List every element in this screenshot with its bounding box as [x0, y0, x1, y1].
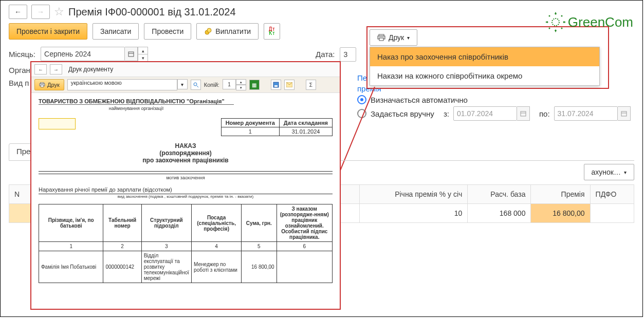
- printer-icon: [377, 34, 385, 41]
- print-menu-order-each[interactable]: Накази на кожного співробітника окремо: [370, 66, 599, 85]
- pv-h2: Табельний номер: [103, 204, 141, 242]
- pv-emp-pos: Менеджер по роботі з клієнтами: [192, 251, 242, 283]
- date-to-calendar-button[interactable]: [618, 106, 631, 121]
- col-pdfo[interactable]: ПДФО: [590, 185, 634, 204]
- to-label: по:: [539, 109, 550, 118]
- pv-h3: Структурний підрозділ: [141, 204, 191, 242]
- pv-nakaz-sub1: (розпорядження): [39, 149, 333, 157]
- magnifier-icon: [193, 82, 199, 88]
- pv-window-title: Друк документу: [65, 66, 113, 73]
- date-from-input[interactable]: 01.07.2024: [453, 106, 517, 121]
- dtkt-button[interactable]: ДтКт: [264, 23, 280, 40]
- nav-back-button[interactable]: ←: [9, 5, 27, 19]
- spinner-up-icon[interactable]: ▴: [236, 79, 246, 85]
- pv-emp-sign: [277, 251, 332, 283]
- logo-text: GreenCom: [568, 14, 633, 30]
- pv-preview-icon[interactable]: [191, 80, 201, 90]
- pv-docmeta-table: Номер документа Дата складання 1 31.01.2…: [221, 118, 333, 136]
- spinner-down-icon[interactable]: ▾: [138, 54, 148, 62]
- print-dropdown-panel: Друк ▾ Наказ про заохочення співробітник…: [366, 26, 609, 89]
- pv-org-name: ТОВАРИСТВО З ОБМЕЖЕНОЮ ВІДПОВІДАЛЬНІСТЮ …: [39, 98, 225, 104]
- nav-forward-button[interactable]: →: [31, 5, 50, 19]
- type-label: Вид п: [9, 79, 29, 87]
- pv-h6: З наказом (розпорядже-нням) працівник оз…: [277, 204, 332, 242]
- pv-docdate-header: Дата складання: [279, 119, 332, 127]
- pv-n5: 5: [242, 242, 277, 251]
- date-from-calendar-button[interactable]: [517, 106, 530, 121]
- col-base[interactable]: Расч. база: [468, 185, 531, 204]
- spinner-down-icon[interactable]: ▾: [236, 85, 246, 90]
- pv-docno: 1: [221, 127, 279, 136]
- chevron-down-icon[interactable]: ▾: [177, 79, 188, 89]
- pv-document-body: ТОВАРИСТВО З ОБМЕЖЕНОЮ ВІДПОВІДАЛЬНІСТЮ …: [31, 93, 340, 318]
- logo-icon: [545, 12, 566, 32]
- svg-rect-4: [521, 111, 526, 116]
- print-button[interactable]: Друк ▾: [370, 29, 417, 46]
- date-input[interactable]: 3: [340, 47, 356, 62]
- date-to-input[interactable]: 31.07.2024: [554, 106, 618, 121]
- col-premia[interactable]: Премія: [531, 185, 590, 204]
- pv-print-label: Друк: [47, 82, 60, 88]
- month-spinner[interactable]: ▴ ▾: [138, 47, 148, 62]
- pv-nav-fwd[interactable]: →: [50, 64, 62, 74]
- auto-radio-label: Визначається автоматично: [371, 96, 468, 104]
- pv-sum-icon[interactable]: Σ: [306, 80, 316, 90]
- col-annual[interactable]: Річна премія % у січ: [360, 185, 468, 204]
- pv-h1: Прізвище, ім'я, по батькові: [39, 204, 103, 242]
- calc-dropdown-label: ахунок…: [592, 168, 621, 176]
- chevron-down-icon: ▾: [407, 35, 410, 41]
- calendar-icon: [520, 110, 526, 117]
- svg-point-19: [548, 28, 550, 29]
- pv-email-icon[interactable]: [284, 80, 295, 90]
- pv-stamp-box: [39, 118, 76, 129]
- svg-rect-2: [128, 52, 134, 57]
- cell-premia: 16 800,00: [531, 204, 590, 223]
- pv-h4: Посада (спеціальність, професія): [192, 204, 242, 242]
- pv-docno-header: Номер документа: [221, 119, 279, 127]
- svg-marker-24: [564, 21, 566, 23]
- pv-print-button[interactable]: Друк: [34, 79, 64, 90]
- pv-nav-back[interactable]: ←: [34, 64, 47, 74]
- month-calendar-button[interactable]: [125, 47, 138, 61]
- spinner-up-icon[interactable]: ▴: [138, 47, 148, 54]
- month-input[interactable]: Серпень 2024: [41, 47, 125, 61]
- svg-point-20: [561, 28, 562, 29]
- pv-accrual-sub: вид заохочення (подяка , коштовний подар…: [39, 194, 333, 199]
- print-preview-window: ← → Друк документу Друк українською мово…: [30, 61, 341, 310]
- write-button[interactable]: Записати: [93, 23, 139, 40]
- pv-export-excel-icon[interactable]: ▦: [249, 80, 260, 90]
- calc-dropdown-button[interactable]: ахунок… ▾: [584, 164, 634, 180]
- post-and-close-button[interactable]: Провести і закрити: [9, 23, 87, 40]
- svg-marker-23: [545, 21, 547, 23]
- dtkt-icon: ДтКт: [269, 27, 275, 35]
- print-button-label: Друк: [389, 33, 404, 42]
- pv-language-select[interactable]: українською мовою: [67, 79, 177, 90]
- pv-nakaz-title: НАКАЗ: [39, 142, 333, 149]
- svg-line-29: [197, 86, 198, 87]
- post-button[interactable]: Провести: [144, 23, 191, 40]
- pv-org-sub: найменування організації: [39, 106, 234, 111]
- date-label: Дата:: [316, 50, 335, 59]
- pv-n1: 1: [39, 242, 103, 251]
- svg-rect-31: [274, 85, 278, 87]
- manual-radio-label: Задається вручну: [371, 109, 434, 118]
- pv-emp-table: Прізвище, ім'я, по батькові Табельний но…: [39, 204, 333, 283]
- pv-copies-input[interactable]: 1: [223, 79, 236, 89]
- svg-point-17: [548, 15, 550, 17]
- svg-point-12: [552, 18, 559, 26]
- manual-radio[interactable]: [357, 109, 366, 118]
- svg-marker-21: [555, 12, 557, 14]
- month-label: Місяць:: [9, 50, 35, 59]
- favorite-star-icon[interactable]: ☆: [54, 5, 64, 18]
- pay-button[interactable]: Виплатити: [196, 23, 259, 40]
- calendar-icon: [621, 110, 627, 117]
- auto-radio[interactable]: [357, 95, 366, 104]
- print-menu-order-all[interactable]: Наказ про заохочення співробітників: [370, 47, 599, 66]
- coins-icon: [204, 27, 212, 35]
- from-label: з:: [444, 109, 449, 118]
- pv-save-icon[interactable]: [271, 80, 281, 90]
- envelope-icon: [286, 82, 292, 87]
- pv-n6: 6: [277, 242, 332, 251]
- svg-point-1: [207, 28, 211, 32]
- svg-marker-22: [555, 30, 557, 32]
